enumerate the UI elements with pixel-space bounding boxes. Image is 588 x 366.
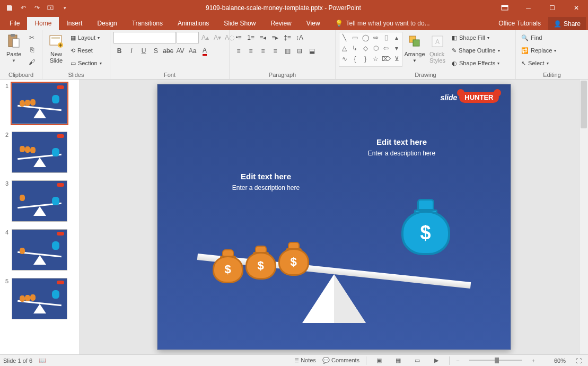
fit-to-window-button[interactable]: ⛶ xyxy=(572,355,585,366)
quick-styles-button[interactable]: A Quick Styles xyxy=(427,32,448,64)
align-center-button[interactable]: ≡ xyxy=(245,45,257,57)
copy-button[interactable]: ⎘ xyxy=(26,44,38,56)
spellcheck-icon[interactable]: 📖 xyxy=(39,357,46,364)
scroll-thumb[interactable] xyxy=(581,81,587,128)
gallery-down-icon[interactable]: ▾ xyxy=(391,43,402,54)
increase-font-button[interactable]: A▴ xyxy=(199,32,211,43)
paste-button[interactable]: Paste ▼ xyxy=(3,32,24,63)
slide-thumbnail-3[interactable] xyxy=(12,180,67,222)
align-left-button[interactable]: ≡ xyxy=(233,45,244,57)
close-icon[interactable]: ✕ xyxy=(564,0,588,15)
minimize-icon[interactable]: ─ xyxy=(516,0,540,15)
thumb-item[interactable]: 5 xyxy=(2,278,75,319)
shape-brace-icon[interactable]: { xyxy=(350,54,361,64)
slide-canvas[interactable]: slide HUNTER Edit text here Enter a desc… xyxy=(157,84,511,350)
shape-callout-icon[interactable]: ⌦ xyxy=(381,54,392,64)
shape-star-icon[interactable]: ☆ xyxy=(371,54,381,64)
thumb-item[interactable]: 4 xyxy=(2,229,75,271)
tab-office-tutorials[interactable]: Office Tutorials xyxy=(491,17,548,30)
slide-thumbnail-5[interactable] xyxy=(12,278,67,319)
cut-button[interactable]: ✂ xyxy=(26,32,38,43)
numbering-button[interactable]: 1≡ xyxy=(245,32,257,43)
start-from-beginning-icon[interactable] xyxy=(45,2,57,14)
gallery-up-icon[interactable]: ▴ xyxy=(391,32,402,43)
slideshow-view-button[interactable]: ▶ xyxy=(430,355,443,366)
new-slide-button[interactable]: New Slide xyxy=(46,32,67,64)
decrease-font-button[interactable]: A▾ xyxy=(212,32,223,43)
tab-animations[interactable]: Animations xyxy=(170,17,216,30)
shape-fill-button[interactable]: ◧Shape Fill ▾ xyxy=(450,32,502,43)
shape-connector-icon[interactable]: ↳ xyxy=(350,43,361,54)
font-color-button[interactable]: A xyxy=(199,45,210,57)
tab-review[interactable]: Review xyxy=(263,17,299,30)
normal-view-button[interactable]: ▣ xyxy=(373,355,385,366)
tab-home[interactable]: Home xyxy=(27,17,59,30)
thumb-item[interactable]: 1 xyxy=(2,83,75,124)
shape-triangle-icon[interactable]: △ xyxy=(339,43,350,54)
font-size-input[interactable] xyxy=(177,32,199,43)
shape-diamond-icon[interactable]: ◇ xyxy=(360,43,371,54)
slide-editor[interactable]: slide HUNTER Edit text here Enter a desc… xyxy=(80,80,588,354)
sorter-view-button[interactable]: ▦ xyxy=(392,355,405,366)
comments-button[interactable]: 💬 Comments xyxy=(322,357,359,364)
shape-effects-button[interactable]: ◐Shape Effects ▾ xyxy=(450,57,502,69)
tell-me-search[interactable]: 💡Tell me what you want to do... xyxy=(328,17,437,30)
shape-arrow-icon[interactable]: ⇨ xyxy=(371,32,381,43)
shapes-gallery[interactable]: ╲▭◯⇨⌷▴ △↳◇⬡⇦▾ ∿{}☆⌦⊻ xyxy=(339,32,402,67)
shape-brace2-icon[interactable]: } xyxy=(360,54,371,64)
shape-arrow2-icon[interactable]: ⇦ xyxy=(381,43,392,54)
columns-button[interactable]: ▥ xyxy=(282,45,293,57)
zoom-out-button[interactable]: − xyxy=(456,358,459,364)
right-text-block[interactable]: Edit text here Enter a description here xyxy=(336,137,468,157)
select-button[interactable]: ↖Select ▾ xyxy=(519,57,558,69)
line-spacing-button[interactable]: ‡≡ xyxy=(282,32,293,43)
tab-file[interactable]: File xyxy=(2,17,27,30)
redo-icon[interactable]: ↷ xyxy=(31,2,43,14)
shape-outline-button[interactable]: ✎Shape Outline ▾ xyxy=(450,45,502,56)
italic-button[interactable]: I xyxy=(126,45,137,57)
shape-rect-icon[interactable]: ▭ xyxy=(350,32,361,43)
text-direction-button[interactable]: ↕A xyxy=(294,32,305,43)
slide-thumbnail-1[interactable] xyxy=(12,83,67,124)
strikethrough-button[interactable]: abc xyxy=(162,45,174,57)
change-case-button[interactable]: Aa xyxy=(187,45,198,57)
tab-slideshow[interactable]: Slide Show xyxy=(216,17,263,30)
section-button[interactable]: ▭Section ▾ xyxy=(68,57,104,69)
notes-button[interactable]: ≣ Notes xyxy=(294,357,316,364)
shape-hex-icon[interactable]: ⬡ xyxy=(371,43,381,54)
ribbon-options-icon[interactable] xyxy=(493,0,516,15)
tab-view[interactable]: View xyxy=(299,17,328,30)
shadow-button[interactable]: S xyxy=(150,45,162,57)
thumb-item[interactable]: 3 xyxy=(2,180,75,222)
shape-textbox-icon[interactable]: ⌷ xyxy=(381,32,392,43)
layout-button[interactable]: ▦Layout ▾ xyxy=(68,32,104,43)
zoom-thumb[interactable] xyxy=(495,358,499,363)
increase-indent-button[interactable]: ≡▸ xyxy=(269,32,281,43)
justify-button[interactable]: ≡ xyxy=(269,45,281,57)
char-spacing-button[interactable]: AV xyxy=(174,45,186,57)
tab-transitions[interactable]: Transitions xyxy=(125,17,170,30)
slide-thumbnail-4[interactable] xyxy=(12,229,67,271)
zoom-percent[interactable]: 60% xyxy=(541,358,566,364)
shape-line-icon[interactable]: ╲ xyxy=(339,32,350,43)
underline-button[interactable]: U xyxy=(138,45,150,57)
align-right-button[interactable]: ≡ xyxy=(257,45,269,57)
undo-icon[interactable]: ↶ xyxy=(17,2,30,14)
shape-oval-icon[interactable]: ◯ xyxy=(360,32,371,43)
share-button[interactable]: 👤Share xyxy=(548,17,586,30)
reading-view-button[interactable]: ▭ xyxy=(411,355,424,366)
decrease-indent-button[interactable]: ≡◂ xyxy=(257,32,269,43)
bullets-button[interactable]: •≡ xyxy=(233,32,244,43)
font-family-input[interactable] xyxy=(113,32,176,43)
find-button[interactable]: 🔍Find xyxy=(519,32,558,43)
zoom-in-button[interactable]: + xyxy=(532,358,535,364)
arrange-button[interactable]: Arrange▼ xyxy=(404,32,425,63)
bold-button[interactable]: B xyxy=(113,45,125,57)
shape-curve-icon[interactable]: ∿ xyxy=(339,54,350,64)
slide-thumbnail-2[interactable] xyxy=(12,132,67,173)
tab-insert[interactable]: Insert xyxy=(59,17,90,30)
gallery-more-icon[interactable]: ⊻ xyxy=(391,54,402,64)
smartart-button[interactable]: ⬓ xyxy=(306,45,318,57)
save-icon[interactable] xyxy=(3,2,16,14)
align-text-button[interactable]: ⊟ xyxy=(294,45,305,57)
